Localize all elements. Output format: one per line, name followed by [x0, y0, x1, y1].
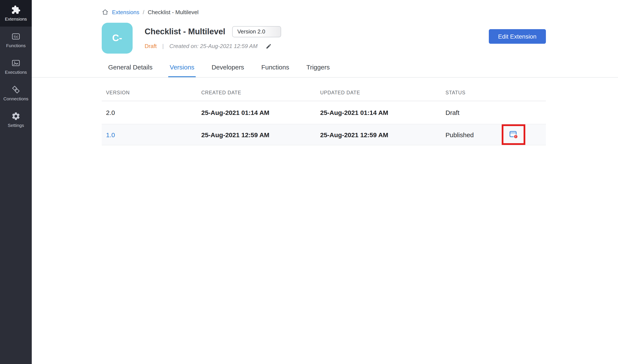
column-header-actions — [502, 90, 546, 95]
breadcrumb-separator: / — [143, 9, 144, 15]
sidebar-item-extensions[interactable]: Extensions — [0, 0, 32, 26]
version-link[interactable]: 1.0 — [102, 131, 197, 138]
column-header-status: STATUS — [441, 90, 502, 95]
version-cell: 2.0 — [102, 109, 197, 116]
sidebar-item-label: Executions — [5, 70, 27, 75]
annotation-highlight-box — [502, 124, 525, 145]
table-row: 2.0 25-Aug-2021 01:14 AM 25-Aug-2021 01:… — [102, 101, 546, 124]
created-on-text: Created on: 25-Aug-2021 12:59 AM — [169, 43, 258, 49]
tab-versions[interactable]: Versions — [168, 64, 196, 77]
meta-separator: | — [162, 43, 164, 49]
main-content: Extensions / Checklist - Multilevel C- C… — [32, 0, 618, 364]
sidebar-item-label: Functions — [6, 43, 26, 48]
edit-pencil-icon[interactable] — [266, 43, 272, 49]
breadcrumb-current-page: Checklist - Multilevel — [148, 9, 198, 15]
status-badge: Draft — [145, 43, 157, 49]
extension-avatar: C- — [102, 23, 133, 53]
executions-image-icon — [11, 59, 21, 68]
settings-gear-icon — [11, 112, 21, 121]
extension-header: C- Checklist - Multilevel Version 2.0 Dr… — [102, 23, 546, 53]
sidebar-item-settings[interactable]: Settings — [0, 106, 32, 133]
status-cell: Published — [441, 131, 502, 138]
column-header-updated-date: UPDATED DATE — [316, 90, 441, 95]
column-header-created-date: CREATED DATE — [197, 90, 316, 95]
edit-extension-button[interactable]: Edit Extension — [489, 29, 546, 44]
updated-date-cell: 25-Aug-2021 01:14 AM — [316, 109, 441, 116]
status-cell: Draft — [441, 109, 502, 116]
table-header-row: VERSION CREATED DATE UPDATED DATE STATUS — [102, 90, 546, 101]
tab-developers[interactable]: Developers — [210, 64, 246, 77]
sidebar-item-label: Settings — [8, 123, 24, 128]
extensions-puzzle-icon — [11, 5, 21, 15]
table-row: 1.0 25-Aug-2021 12:59 AM 25-Aug-2021 12:… — [102, 124, 546, 145]
breadcrumb-link-extensions[interactable]: Extensions — [112, 9, 139, 15]
sidebar-item-executions[interactable]: Executions — [0, 53, 32, 80]
functions-fx-icon: f(x) — [11, 32, 21, 41]
home-icon[interactable] — [102, 9, 109, 15]
sidebar-item-label: Extensions — [5, 17, 27, 21]
app-window: Extensions f(x) Functions Executions Con… — [0, 0, 618, 364]
tab-general-details[interactable]: General Details — [107, 64, 154, 77]
created-date-cell: 25-Aug-2021 01:14 AM — [197, 109, 316, 116]
column-header-version: VERSION — [102, 90, 197, 95]
tab-triggers[interactable]: Triggers — [305, 64, 331, 77]
updated-date-cell: 25-Aug-2021 12:59 AM — [316, 131, 441, 138]
disable-version-icon[interactable] — [508, 130, 519, 140]
version-selector[interactable]: Version 2.0 — [232, 26, 281, 37]
sidebar: Extensions f(x) Functions Executions Con… — [0, 0, 32, 364]
page-title: Checklist - Multilevel — [145, 27, 225, 36]
sidebar-item-connections[interactable]: Connections — [0, 80, 32, 106]
actions-cell — [502, 124, 546, 145]
sidebar-item-functions[interactable]: f(x) Functions — [0, 26, 32, 53]
connections-diamond-icon — [11, 85, 21, 94]
tab-bar: General Details Versions Developers Func… — [32, 64, 618, 78]
versions-table: VERSION CREATED DATE UPDATED DATE STATUS… — [102, 90, 546, 145]
sidebar-item-label: Connections — [3, 97, 28, 101]
tab-functions[interactable]: Functions — [260, 64, 290, 77]
created-date-cell: 25-Aug-2021 12:59 AM — [197, 131, 316, 138]
breadcrumb: Extensions / Checklist - Multilevel — [102, 0, 546, 15]
svg-text:f(x): f(x) — [14, 35, 18, 38]
